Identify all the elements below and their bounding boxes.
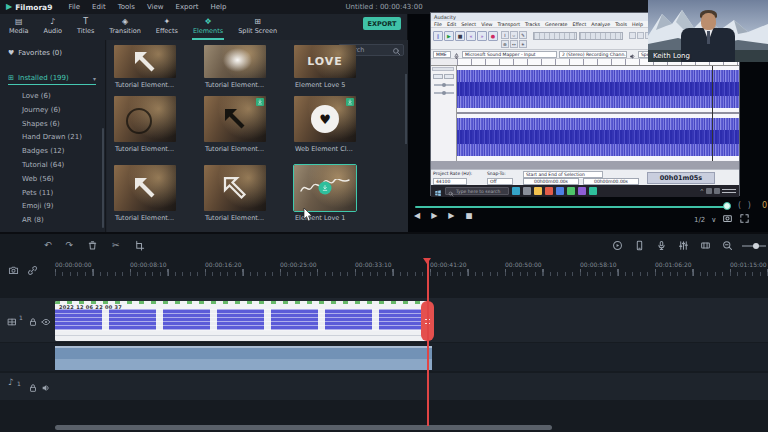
export-button[interactable]: EXPORT bbox=[363, 17, 401, 30]
selection-mode-select[interactable]: Start and End of Selection bbox=[523, 171, 603, 178]
tray-icon[interactable] bbox=[706, 188, 712, 194]
menu-export[interactable]: Export bbox=[176, 3, 199, 11]
tool-button-2[interactable]: ✎ bbox=[519, 31, 527, 39]
lock-icon[interactable] bbox=[28, 312, 38, 331]
video-clip[interactable]: 2022 12 06 22 00 37 bbox=[55, 301, 427, 341]
tab-elements[interactable]: ❖Elements bbox=[192, 16, 224, 38]
sidebar-item-ar[interactable]: AR (8) bbox=[22, 214, 82, 228]
sidebar-item-emoji[interactable]: Emoji (9) bbox=[22, 200, 82, 214]
taskbar-icon-task-view[interactable] bbox=[523, 187, 531, 195]
chevron-down-icon[interactable]: ∨ bbox=[711, 216, 716, 224]
timeline-scrollbar[interactable] bbox=[55, 425, 552, 430]
preview-seek-bar[interactable] bbox=[415, 206, 729, 208]
element-card[interactable]: LOVEElement Love 5 bbox=[294, 45, 382, 78]
toolbar-render-preview-icon[interactable] bbox=[612, 236, 623, 255]
audio-host-select[interactable]: MME bbox=[433, 51, 451, 58]
solo-button[interactable] bbox=[444, 74, 454, 79]
pause-button[interactable]: ∥ bbox=[433, 31, 443, 41]
clip-audio-band[interactable] bbox=[55, 346, 432, 370]
tool-button-5[interactable]: ✳ bbox=[519, 40, 527, 48]
toolbar-record-voiceover-icon[interactable] bbox=[656, 236, 667, 255]
taskbar-icon-file-explorer[interactable] bbox=[534, 187, 542, 195]
audacity-menu-effect[interactable]: Effect bbox=[573, 22, 587, 27]
element-card[interactable]: Element Love 1 bbox=[294, 165, 382, 211]
recording-device-select[interactable]: Microsoft Sound Mapper - Input bbox=[462, 51, 557, 58]
snapshot-icon[interactable] bbox=[722, 213, 733, 226]
stop-button[interactable]: ■ bbox=[455, 31, 465, 41]
menu-tools[interactable]: Tools bbox=[118, 3, 135, 11]
menu-help[interactable]: Help bbox=[210, 3, 226, 11]
tool-button-1[interactable]: ⌣ bbox=[510, 31, 518, 39]
tab-transition[interactable]: ◈Transition bbox=[108, 16, 141, 38]
tool-button-4[interactable]: ↔ bbox=[510, 40, 518, 48]
audacity-menu-transport[interactable]: Transport bbox=[498, 22, 521, 27]
skip-to-start-button[interactable]: « bbox=[466, 31, 476, 41]
toolbar-marker-icon[interactable] bbox=[700, 236, 711, 255]
audacity-menu-select[interactable]: Select bbox=[461, 22, 476, 27]
lock-icon[interactable] bbox=[28, 378, 38, 397]
selection-start-field[interactable]: 00h00m00.00s bbox=[523, 178, 579, 185]
step-backward-button[interactable]: ◀ bbox=[414, 212, 420, 220]
taskbar-icon-cortana[interactable] bbox=[512, 187, 520, 195]
sidebar-item-installed[interactable]: ⊞ Installed (199) ▾ bbox=[8, 74, 96, 85]
sidebar-item-love[interactable]: Love (6) bbox=[22, 90, 82, 104]
link-icon[interactable] bbox=[27, 261, 38, 280]
snap-to-select[interactable]: Off bbox=[487, 178, 513, 185]
audacity-menu-analyze[interactable]: Analyze bbox=[591, 22, 610, 27]
toolbar-connect-device-icon[interactable] bbox=[634, 236, 645, 255]
tool-button-3[interactable]: ⊕ bbox=[501, 40, 509, 48]
waveform-area[interactable] bbox=[457, 66, 739, 161]
stop-button[interactable]: ■ bbox=[465, 212, 472, 220]
toolbar-split-scissors-icon[interactable]: ✂ bbox=[112, 241, 120, 250]
audacity-menu-help[interactable]: Help bbox=[632, 22, 643, 27]
tray-icon[interactable] bbox=[714, 188, 720, 194]
sidebar-item-tutorial[interactable]: Tutorial (64) bbox=[22, 159, 82, 173]
timeline-ruler[interactable]: 00:00:00:0000:00:08:1000:00:16:2000:00:2… bbox=[0, 258, 768, 280]
timeline-zoom-handle[interactable] bbox=[753, 243, 759, 249]
audio-position-field[interactable]: 00h01m05s bbox=[647, 172, 715, 184]
sidebar-item-journey[interactable]: Journey (6) bbox=[22, 104, 82, 118]
taskbar-icon-app-teal[interactable] bbox=[589, 187, 597, 195]
toolbar-audio-mixer-icon[interactable] bbox=[678, 236, 689, 255]
tool-button-0[interactable]: I bbox=[501, 31, 509, 39]
skip-to-end-button[interactable]: » bbox=[477, 31, 487, 41]
tray-chevron-icon[interactable]: ^ bbox=[700, 188, 704, 194]
toolbar-zoom-out-icon[interactable] bbox=[722, 236, 733, 255]
element-card[interactable]: Tutorial Element... bbox=[114, 96, 202, 142]
grid-scrollbar[interactable] bbox=[405, 74, 407, 144]
sidebar-item-pets[interactable]: Pets (11) bbox=[22, 187, 82, 201]
tab-titles[interactable]: TTitles bbox=[76, 16, 95, 38]
audacity-menu-tracks[interactable]: Tracks bbox=[525, 22, 540, 27]
tab-audio[interactable]: ♪Audio bbox=[43, 16, 63, 38]
windows-start-icon[interactable] bbox=[434, 182, 442, 201]
eye-icon[interactable] bbox=[41, 312, 51, 331]
audacity-menu-generate[interactable]: Generate bbox=[545, 22, 567, 27]
element-card[interactable]: Tutorial Element... bbox=[204, 165, 292, 211]
sidebar-item-shapes[interactable]: Shapes (6) bbox=[22, 118, 82, 132]
element-card[interactable]: Tutorial Element... bbox=[204, 96, 292, 142]
taskbar-icon-app-green[interactable] bbox=[567, 187, 575, 195]
taskbar-icon-browser[interactable] bbox=[545, 187, 553, 195]
playhead-line[interactable] bbox=[427, 260, 429, 426]
toolbar-delete-icon[interactable] bbox=[87, 236, 98, 255]
element-card[interactable]: Tutorial Element... bbox=[114, 45, 202, 78]
toolbar-redo-icon[interactable]: ↷ bbox=[66, 241, 74, 250]
play-button[interactable]: ▶ bbox=[444, 31, 454, 41]
snapshot-track-icon[interactable] bbox=[8, 261, 19, 280]
edit-toolbar-button[interactable] bbox=[637, 32, 644, 39]
gain-slider[interactable] bbox=[434, 84, 454, 86]
tab-media[interactable]: ▤Media bbox=[8, 16, 30, 38]
mute-button[interactable] bbox=[433, 74, 443, 79]
recording-channels-select[interactable]: 2 (Stereo) Recording Chann... bbox=[559, 51, 627, 58]
toolbar-undo-icon[interactable]: ↶ bbox=[44, 241, 52, 250]
audacity-menu-edit[interactable]: Edit bbox=[447, 22, 456, 27]
pan-slider[interactable] bbox=[434, 92, 454, 94]
sidebar-item-favorites[interactable]: ♥ Favorites (0) bbox=[8, 49, 62, 57]
sidebar-item-web[interactable]: Web (56) bbox=[22, 173, 82, 187]
search-icon[interactable] bbox=[392, 41, 401, 60]
tab-split-screen[interactable]: ⊞Split Screen bbox=[237, 16, 278, 38]
menu-file[interactable]: File bbox=[68, 3, 80, 11]
taskbar-icon-app-blue[interactable] bbox=[556, 187, 564, 195]
taskbar-search-input[interactable] bbox=[456, 189, 506, 194]
preview-seek-handle[interactable] bbox=[723, 202, 731, 210]
